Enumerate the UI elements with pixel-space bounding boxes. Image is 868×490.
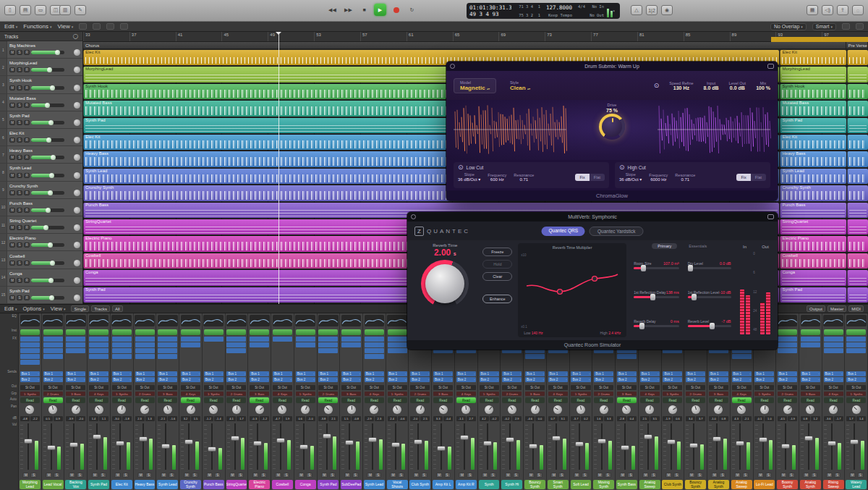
output-slot[interactable]: St Out [548, 385, 568, 390]
output-slot[interactable]: St Out [181, 385, 200, 390]
send-slot[interactable]: Bus 2◦ [43, 377, 63, 382]
audio-fx-slot[interactable] [181, 342, 200, 347]
pencil-tool-icon[interactable] [93, 23, 101, 30]
library-toggle-icon[interactable]: ▯ [4, 5, 16, 15]
group-slot[interactable]: 1: Synths [480, 392, 499, 396]
region-morphinglead[interactable]: MorphingLead [780, 67, 846, 82]
track-m-button[interactable]: M [9, 261, 15, 266]
track-pan-knob[interactable] [74, 85, 80, 91]
track-pan-knob[interactable] [74, 119, 80, 126]
channel-strip[interactable]: Bus 1◦Bus 2◦St Out1: SynthsRead-4.8-2.2M… [19, 313, 42, 490]
mixer-menu-edit[interactable]: Edit▾ [4, 305, 17, 312]
group-slot[interactable]: 4: Keys [824, 392, 843, 396]
audio-fx-slot[interactable] [226, 337, 246, 342]
track-pan-knob[interactable] [74, 137, 80, 143]
send-slot[interactable]: Bus 1◦ [778, 371, 797, 376]
group-slot[interactable]: 3: Bass [158, 392, 177, 396]
mute-button[interactable]: M [574, 473, 580, 478]
output-slot[interactable]: St Out [204, 385, 224, 390]
audio-fx-slot[interactable] [732, 354, 752, 359]
channel-strip[interactable]: Bus 1◦Bus 2◦St Out2: DrumsRead2.31.3MSHe… [134, 313, 157, 490]
eq-thumbnail[interactable] [341, 315, 362, 326]
group-slot[interactable]: 1: Synths [846, 392, 866, 396]
region-stringquartet[interactable] [847, 219, 868, 235]
plugin-link-icon[interactable] [767, 214, 774, 219]
pan-knob[interactable] [416, 405, 425, 414]
mixer-view-single[interactable]: Single [71, 305, 89, 312]
pan-knob[interactable] [301, 405, 310, 414]
output-slot[interactable]: St Out [112, 385, 132, 390]
send-slot[interactable]: Bus 2◦ [594, 377, 613, 382]
pan-knob[interactable] [714, 405, 723, 414]
slider-reverb-level[interactable]: Reverb Level-7 dB [688, 308, 731, 337]
solo-button[interactable]: S [145, 473, 152, 478]
cpu-meter-icon[interactable]: ▦ [807, 5, 818, 15]
region-punch-bass[interactable] [847, 203, 868, 218]
channel-name-tag[interactable]: Elec Kit [111, 480, 132, 489]
audio-fx-slot[interactable] [20, 360, 40, 365]
solo-button[interactable]: S [214, 473, 221, 478]
audio-fx-slot[interactable] [250, 342, 269, 347]
automation-mode-button[interactable]: Read [204, 397, 224, 403]
send-slot[interactable]: Bus 1◦ [410, 371, 430, 376]
channel-strip[interactable]: Bus 1◦Bus 2◦St Out2: DrumsRead-3.82.1MSS… [318, 313, 341, 490]
output-slot[interactable]: St Out [846, 385, 866, 390]
fader-cap[interactable] [827, 441, 836, 446]
volume-fader[interactable] [822, 422, 845, 471]
tab-quantec-yardstick[interactable]: Quantec Yardstick [590, 227, 644, 236]
group-slot[interactable]: 1: Synths [663, 392, 682, 396]
send-slot[interactable]: Bus 1◦ [89, 371, 109, 376]
send-slot[interactable]: Bus 1◦ [20, 371, 40, 376]
eq-thumbnail[interactable] [318, 315, 339, 326]
automation-mode-button[interactable]: Read [502, 397, 522, 403]
track-s-button[interactable]: S [17, 261, 22, 266]
send-slot[interactable]: Bus 2◦ [296, 377, 315, 382]
audio-fx-slot[interactable] [846, 342, 866, 347]
pan-knob[interactable] [25, 405, 34, 414]
track-r-button[interactable]: R [24, 173, 30, 178]
track-r-button[interactable]: R [24, 155, 30, 160]
output-slot[interactable]: St Out [502, 385, 522, 390]
region-synth-pad[interactable]: Synth Pad [780, 118, 846, 133]
region-elec-kit[interactable] [847, 135, 868, 150]
track-pan-knob[interactable] [74, 190, 80, 196]
pan-knob[interactable] [117, 405, 126, 414]
track-r-button[interactable]: R [24, 67, 30, 72]
send-slot[interactable]: Bus 1◦ [204, 371, 224, 376]
send-slot[interactable]: Bus 2◦ [158, 377, 177, 382]
send-slot[interactable]: Bus 1◦ [686, 371, 705, 376]
volume-fader[interactable] [42, 422, 64, 471]
channel-strip[interactable]: Bus 1◦Bus 2◦St Out4: KeysRead-4.71.9MSCo… [271, 313, 294, 490]
solo-button[interactable]: S [260, 473, 267, 478]
output-slot[interactable]: St Out [480, 385, 499, 390]
audio-fx-slot[interactable] [365, 337, 384, 342]
solo-button[interactable]: S [375, 473, 381, 478]
fader-cap[interactable] [506, 437, 514, 442]
fader-cap[interactable] [575, 442, 584, 447]
group-slot[interactable]: 1: Synths [20, 392, 40, 396]
audio-fx-slot[interactable] [135, 342, 155, 347]
volume-fader[interactable] [570, 422, 592, 471]
fader-cap[interactable] [437, 446, 446, 451]
param-tab-essentials[interactable]: Essentials [683, 243, 712, 249]
pan-knob[interactable] [783, 405, 792, 414]
channel-strip[interactable]: Bus 1◦Bus 2◦St Out1: SynthsRead-3.0-1.8M… [111, 313, 134, 490]
fader-cap[interactable] [597, 439, 606, 444]
group-slot[interactable]: 1: Synths [112, 392, 132, 396]
channel-name-tag[interactable]: Heavy Bass [135, 480, 156, 489]
pan-knob[interactable] [531, 405, 540, 414]
volume-fader[interactable] [432, 422, 454, 471]
fader-cap[interactable] [781, 444, 790, 449]
group-slot[interactable]: 3: Bass [433, 392, 453, 396]
volume-fader[interactable] [501, 422, 523, 471]
track-pan-knob[interactable] [74, 172, 80, 179]
pan-knob[interactable] [668, 405, 677, 414]
fader-cap[interactable] [323, 434, 331, 439]
mixer-menu-options[interactable]: Options▾ [22, 305, 44, 312]
instrument-slot[interactable] [365, 329, 384, 335]
eq-thumbnail[interactable] [111, 315, 132, 326]
eq-thumbnail[interactable] [273, 315, 293, 326]
audio-fx-slot[interactable] [135, 337, 155, 342]
send-slot[interactable]: Bus 1◦ [181, 371, 200, 376]
channel-name-tag[interactable]: Synth Bass [616, 480, 637, 489]
